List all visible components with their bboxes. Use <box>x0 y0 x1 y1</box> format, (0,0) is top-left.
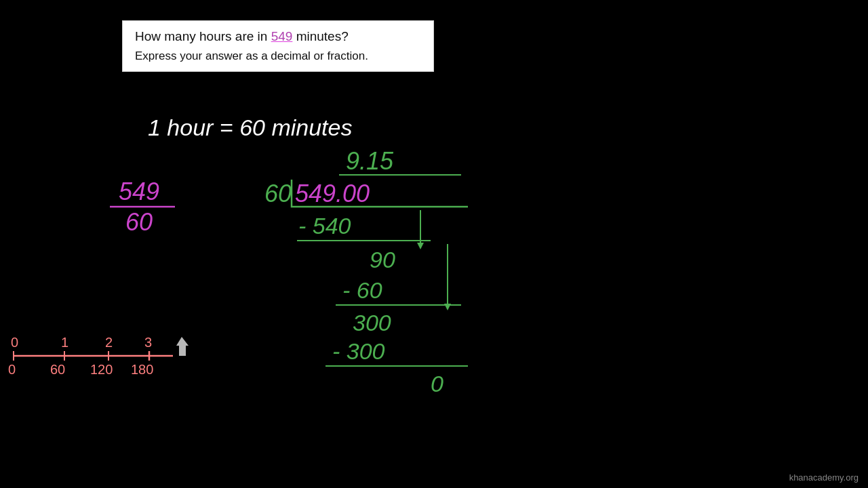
equation-text: 1 hour = 60 minutes <box>148 115 352 140</box>
step3-remainder: 0 <box>431 371 443 396</box>
cursor-icon <box>176 337 189 356</box>
branding-label: khanacademy.org <box>789 472 859 483</box>
nl-bot-120: 120 <box>90 362 113 377</box>
fraction-denominator: 60 <box>125 208 153 236</box>
step1-subtract: - 540 <box>298 213 351 239</box>
nl-top-3: 3 <box>144 335 152 350</box>
dividend: 549.00 <box>295 180 370 207</box>
step2-subtract: - 60 <box>342 277 382 303</box>
nl-top-2: 2 <box>105 335 113 350</box>
nl-bot-180: 180 <box>131 362 153 377</box>
svg-marker-3 <box>417 243 424 249</box>
step2-remainder: 300 <box>353 310 391 336</box>
step1-remainder: 90 <box>370 247 395 272</box>
step3-subtract: - 300 <box>332 338 385 364</box>
nl-top-1: 1 <box>61 335 68 350</box>
nl-bot-60: 60 <box>50 362 65 377</box>
nl-top-0: 0 <box>11 335 18 350</box>
fraction-numerator: 549 <box>119 178 159 205</box>
math-canvas: 1 hour = 60 minutes 549 60 9.15 60 549.0… <box>0 0 868 488</box>
nl-bot-0: 0 <box>8 362 16 377</box>
divisor: 60 <box>264 180 292 207</box>
quotient: 9.15 <box>346 147 394 175</box>
